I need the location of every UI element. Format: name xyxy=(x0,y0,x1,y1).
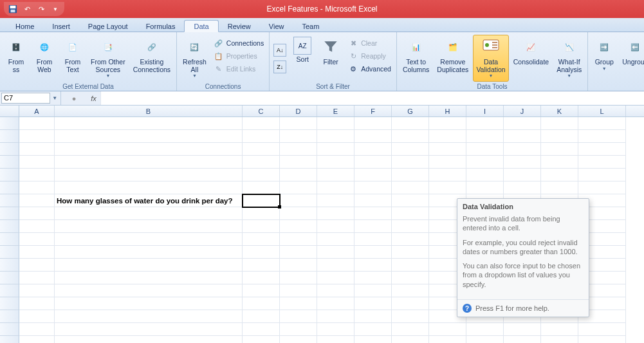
cell[interactable] xyxy=(243,181,280,194)
cell[interactable] xyxy=(243,194,280,207)
cell[interactable] xyxy=(392,117,429,130)
cell[interactable] xyxy=(354,297,392,310)
cell[interactable] xyxy=(19,169,55,181)
col-header-H[interactable]: H xyxy=(429,106,466,116)
cell[interactable] xyxy=(317,169,354,181)
row-header[interactable] xyxy=(0,143,19,156)
tab-review[interactable]: Review xyxy=(219,21,260,32)
cell[interactable] xyxy=(280,194,317,207)
cell[interactable] xyxy=(354,117,392,130)
cell[interactable] xyxy=(317,297,354,310)
cell[interactable] xyxy=(392,207,429,220)
cell[interactable] xyxy=(280,323,317,336)
col-header-L[interactable]: L xyxy=(578,106,626,116)
cell[interactable] xyxy=(243,336,280,343)
cell[interactable] xyxy=(19,130,55,143)
save-icon[interactable] xyxy=(6,3,19,15)
cell[interactable] xyxy=(243,310,280,323)
cell[interactable] xyxy=(317,207,354,220)
cell[interactable] xyxy=(19,220,55,233)
cell[interactable] xyxy=(243,143,280,156)
row-header[interactable] xyxy=(0,207,19,220)
cell[interactable] xyxy=(578,130,626,143)
cell[interactable] xyxy=(354,143,392,156)
cell[interactable]: How many glasses of water do you drink p… xyxy=(55,194,243,207)
cell[interactable] xyxy=(55,143,243,156)
cell[interactable] xyxy=(429,323,466,336)
row-header[interactable] xyxy=(0,181,19,194)
col-header-D[interactable]: D xyxy=(280,106,317,116)
cell[interactable] xyxy=(392,169,429,181)
cell[interactable] xyxy=(317,117,354,130)
cell[interactable] xyxy=(392,130,429,143)
cell[interactable] xyxy=(243,272,280,284)
row-header[interactable] xyxy=(0,272,19,284)
cell[interactable] xyxy=(466,117,504,130)
cell[interactable] xyxy=(243,284,280,297)
cell[interactable] xyxy=(354,259,392,272)
cell[interactable] xyxy=(243,117,280,130)
cell[interactable] xyxy=(429,169,466,181)
cell[interactable] xyxy=(19,272,55,284)
cell[interactable] xyxy=(466,336,504,343)
cell[interactable] xyxy=(354,194,392,207)
cell[interactable] xyxy=(578,143,626,156)
cell[interactable] xyxy=(19,181,55,194)
row-header[interactable] xyxy=(0,194,19,207)
cell[interactable] xyxy=(392,259,429,272)
cell[interactable] xyxy=(19,207,55,220)
cell[interactable] xyxy=(317,323,354,336)
cell[interactable] xyxy=(317,310,354,323)
tab-home[interactable]: Home xyxy=(6,21,43,32)
cell[interactable] xyxy=(243,220,280,233)
cell[interactable] xyxy=(392,323,429,336)
cell[interactable] xyxy=(354,310,392,323)
cell[interactable] xyxy=(55,207,243,220)
cell[interactable] xyxy=(280,336,317,343)
cell[interactable] xyxy=(317,220,354,233)
cell[interactable] xyxy=(392,156,429,169)
cell[interactable] xyxy=(354,284,392,297)
cell[interactable] xyxy=(280,220,317,233)
row-header[interactable] xyxy=(0,233,19,246)
cell[interactable] xyxy=(392,336,429,343)
cell[interactable] xyxy=(541,336,578,343)
cell[interactable] xyxy=(466,130,504,143)
cell[interactable] xyxy=(19,194,55,207)
col-header-E[interactable]: E xyxy=(317,106,354,116)
cell[interactable] xyxy=(55,272,243,284)
cell[interactable] xyxy=(243,233,280,246)
cell[interactable] xyxy=(354,233,392,246)
reapply-button[interactable]: ↻ Reapply xyxy=(345,50,394,62)
cell[interactable] xyxy=(541,143,578,156)
row-header[interactable] xyxy=(0,130,19,143)
cell[interactable] xyxy=(19,336,55,343)
cell[interactable] xyxy=(504,117,541,130)
cell[interactable] xyxy=(280,246,317,259)
advanced-button[interactable]: ⚙ Advanced xyxy=(345,63,394,75)
cell[interactable] xyxy=(280,233,317,246)
cell[interactable] xyxy=(504,156,541,169)
row-header[interactable] xyxy=(0,336,19,343)
cell[interactable] xyxy=(19,259,55,272)
row-header[interactable] xyxy=(0,156,19,169)
cell[interactable] xyxy=(466,143,504,156)
cell[interactable] xyxy=(429,156,466,169)
from-other-sources-button[interactable]: 📑 From Other Sources ▼ xyxy=(87,35,129,82)
redo-icon[interactable]: ↷ xyxy=(35,3,48,15)
name-box-dropdown-icon[interactable]: ▼ xyxy=(50,95,59,101)
col-header-K[interactable]: K xyxy=(541,106,578,116)
cell[interactable] xyxy=(578,156,626,169)
text-to-columns-button[interactable]: 📊 Text to Columns xyxy=(400,35,432,82)
cell[interactable] xyxy=(280,181,317,194)
cell[interactable] xyxy=(55,310,243,323)
cell[interactable] xyxy=(280,207,317,220)
cell[interactable] xyxy=(243,130,280,143)
cell[interactable] xyxy=(317,336,354,343)
cell[interactable] xyxy=(243,207,280,220)
cell[interactable] xyxy=(504,169,541,181)
cell[interactable] xyxy=(55,284,243,297)
cell[interactable] xyxy=(19,297,55,310)
select-all-corner[interactable] xyxy=(0,106,19,116)
cell[interactable] xyxy=(19,143,55,156)
